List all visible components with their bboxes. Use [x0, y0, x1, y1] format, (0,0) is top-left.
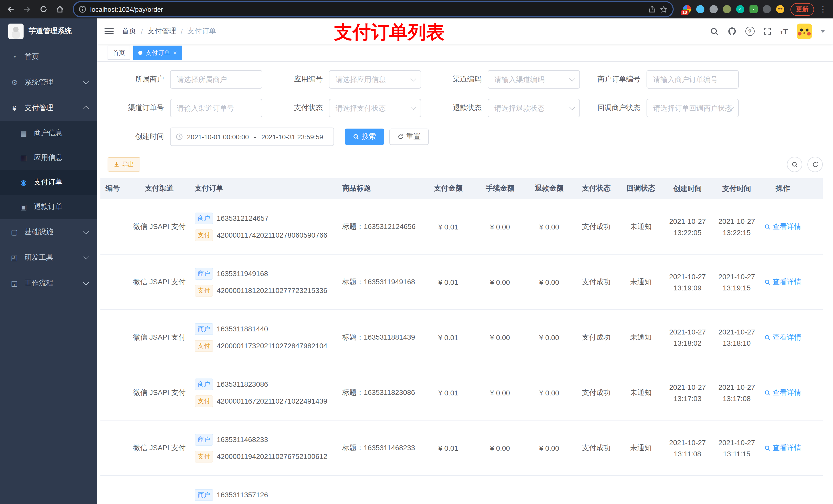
- sidebar-toggle-icon[interactable]: [104, 28, 114, 34]
- table-row: 118 微信 JSAPI 支付 商户 1635311823086 支付 4200…: [100, 365, 823, 421]
- github-icon[interactable]: [727, 27, 736, 36]
- breadcrumb-separator: /: [181, 27, 183, 35]
- sidebar-item-pay[interactable]: ¥ 支付管理: [0, 95, 97, 121]
- merchant-order-no-input[interactable]: [646, 70, 739, 89]
- refund-status-select[interactable]: [488, 99, 580, 117]
- filter-app: 应用编号: [266, 70, 425, 89]
- site-info-icon[interactable]: [79, 6, 86, 13]
- create-time-range-picker[interactable]: 2021-10-01 00:00:00 - 2021-10-31 23:59:5…: [170, 127, 334, 146]
- home-button[interactable]: [53, 3, 67, 16]
- font-size-icon[interactable]: TT: [780, 27, 788, 35]
- close-icon[interactable]: ×: [173, 50, 177, 56]
- sidebar-logo[interactable]: 芋道管理系统: [0, 19, 97, 44]
- pay-channel: 微信 JSAPI 支付: [129, 222, 190, 231]
- filter-channel-order-no: 渠道订单号: [108, 99, 266, 117]
- sidebar-item-infrastructure[interactable]: ▢ 基础设施: [0, 219, 97, 245]
- field-label: 回调商户状态: [584, 103, 646, 113]
- filter-create-time-row: 创建时间 2021-10-01 00:00:00 - 2021-10-31 23…: [108, 127, 823, 146]
- page-title-annotation: 支付订单列表: [334, 20, 445, 45]
- address-bar[interactable]: localhost:1024/pay/order: [73, 1, 674, 18]
- back-button[interactable]: [4, 3, 18, 16]
- workflow-icon: ◱: [10, 279, 19, 287]
- url-text[interactable]: localhost:1024/pay/order: [90, 5, 644, 13]
- extension-icon-1[interactable]: 10: [683, 5, 691, 13]
- sidebar-item-label: 退款订单: [34, 202, 63, 212]
- extension-icon-6[interactable]: ▪: [749, 5, 758, 13]
- fullscreen-icon[interactable]: [763, 27, 771, 35]
- view-detail-link[interactable]: 查看详情: [764, 388, 801, 397]
- extension-badge: 10: [680, 10, 689, 16]
- extension-icon-3[interactable]: [710, 5, 718, 13]
- forward-button[interactable]: [21, 3, 34, 16]
- extension-icon-5[interactable]: ✓: [736, 5, 744, 13]
- tab-pay-order[interactable]: 支付订单 ×: [133, 46, 182, 60]
- merchant-tag: 商户: [195, 434, 213, 446]
- breadcrumb-home[interactable]: 首页: [122, 27, 136, 36]
- clock-icon: [176, 133, 183, 140]
- breadcrumb-pay[interactable]: 支付管理: [147, 27, 176, 36]
- extension-icon-7[interactable]: [763, 5, 771, 13]
- view-detail-link[interactable]: 查看详情: [764, 443, 801, 453]
- orders-table: 编号 支付渠道 支付订单 商品标题 支付金额 手续金额 退款金额 支付状态 回调…: [100, 178, 823, 504]
- merchant-input[interactable]: [170, 70, 262, 89]
- pay-amount: ¥ 0.01: [421, 333, 475, 341]
- dashboard-icon: ◔: [10, 53, 19, 61]
- pay-order-no: 4200001194202110276752100612: [217, 452, 327, 460]
- chrome-update-button[interactable]: 更新: [790, 3, 814, 16]
- pay-amount: ¥ 0.01: [421, 222, 475, 231]
- tab-label: 首页: [113, 48, 125, 57]
- sidebar-item-label: 系统管理: [25, 78, 53, 87]
- sidebar-item-devtools[interactable]: ◰ 研发工具: [0, 245, 97, 270]
- avatar[interactable]: [796, 24, 812, 39]
- create-time: 2021-10-2713:17:03: [663, 381, 712, 404]
- table-row: 121 微信 JSAPI 支付 商户 1635312124657 支付 4200…: [100, 199, 823, 255]
- sidebar-item-system[interactable]: ⚙ 系统管理: [0, 70, 97, 95]
- toggle-search-button[interactable]: [787, 157, 802, 172]
- tab-home[interactable]: 首页: [108, 46, 130, 60]
- sidebar-item-home[interactable]: ◔ 首页: [0, 44, 97, 70]
- channel-order-no-input[interactable]: [170, 99, 262, 117]
- sidebar-item-app-info[interactable]: ▦ 应用信息: [0, 145, 97, 170]
- app-select[interactable]: [329, 70, 421, 89]
- fee-amount: ¥ 0.00: [475, 278, 525, 286]
- browser-menu-icon[interactable]: ⋮: [817, 5, 829, 14]
- share-icon[interactable]: [648, 6, 656, 13]
- view-detail-link[interactable]: 查看详情: [764, 278, 801, 287]
- sidebar-item-label: 支付管理: [25, 103, 53, 113]
- notify-status: 未通知: [619, 333, 663, 342]
- fee-amount: ¥ 0.00: [475, 222, 525, 231]
- date-separator: -: [253, 133, 257, 141]
- bookmark-star-icon[interactable]: [660, 5, 668, 13]
- sidebar-item-workflow[interactable]: ◱ 工作流程: [0, 270, 97, 296]
- view-detail-link[interactable]: 查看详情: [764, 222, 801, 231]
- pay-status-select[interactable]: [329, 99, 421, 117]
- extension-icon-4[interactable]: [723, 5, 731, 13]
- avatar-caret-icon[interactable]: [821, 30, 825, 32]
- refund-amount: ¥ 0.00: [525, 388, 574, 397]
- chevron-up-icon: [83, 106, 89, 112]
- refresh-table-button[interactable]: [807, 157, 823, 172]
- table-row: 119 微信 JSAPI 支付 商户 1635311881440 支付 4200…: [100, 310, 823, 365]
- sidebar-item-merchant-info[interactable]: ▤ 商户信息: [0, 121, 97, 145]
- export-button[interactable]: 导出: [108, 157, 140, 172]
- merchant-order-no: 1635311823086: [217, 380, 268, 388]
- sidebar-item-refund-order[interactable]: ▣ 退款订单: [0, 195, 97, 219]
- pay-order-cell: 商户 1635312124657 支付 42000011742021102780…: [190, 212, 339, 241]
- view-detail-link[interactable]: 查看详情: [764, 333, 801, 342]
- notify-status-select[interactable]: [646, 99, 739, 117]
- create-time: 2021-10-2713:19:09: [663, 271, 712, 293]
- reload-button[interactable]: [37, 3, 50, 16]
- field-label: 退款状态: [425, 103, 488, 113]
- reset-button[interactable]: 重置: [389, 128, 429, 145]
- extension-icon-8[interactable]: [776, 5, 784, 13]
- breadcrumb: 首页 / 支付管理 / 支付订单: [122, 27, 216, 36]
- column-header: 支付金额: [421, 184, 475, 193]
- search-button[interactable]: 搜索: [345, 128, 384, 145]
- search-icon[interactable]: [710, 27, 718, 35]
- help-icon[interactable]: ?: [745, 27, 754, 36]
- reset-button-label: 重置: [406, 132, 421, 141]
- refund-amount: ¥ 0.00: [525, 278, 574, 286]
- extension-icon-2[interactable]: [696, 5, 705, 13]
- channel-code-select[interactable]: [488, 70, 580, 89]
- sidebar-item-pay-order[interactable]: ◉ 支付订单: [0, 170, 97, 195]
